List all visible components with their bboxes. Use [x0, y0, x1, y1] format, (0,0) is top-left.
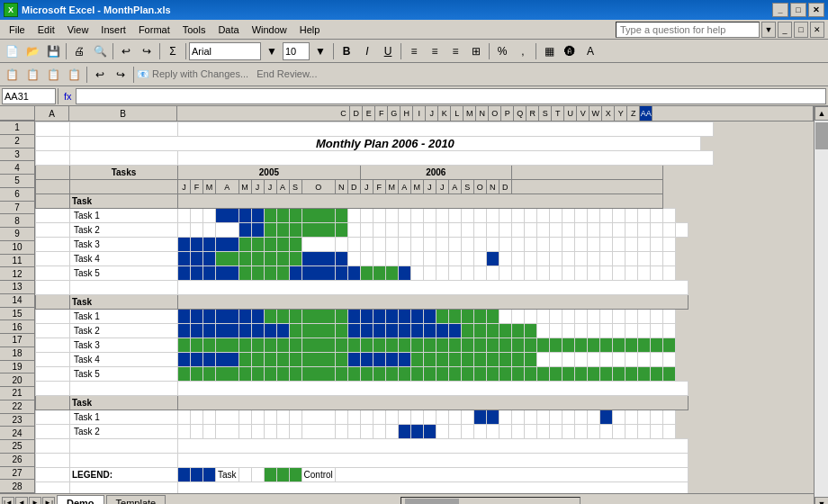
menu-help[interactable]: Help: [294, 22, 326, 37]
question-input[interactable]: [616, 22, 760, 38]
row-9[interactable]: 9: [0, 228, 35, 241]
m-n2[interactable]: N: [486, 180, 499, 194]
font-size-dropdown[interactable]: ▼: [310, 41, 330, 61]
gantt-green[interactable]: [276, 238, 289, 252]
row-10[interactable]: 10: [0, 241, 35, 255]
new-button[interactable]: 📄: [2, 41, 22, 61]
m-a1[interactable]: A: [216, 180, 239, 194]
fill-color-button[interactable]: 🅐: [560, 41, 580, 61]
row-4[interactable]: 4: [0, 161, 35, 175]
m-m1[interactable]: M: [203, 180, 216, 194]
gantt-blue[interactable]: [178, 266, 191, 281]
maximize-button[interactable]: □: [790, 3, 806, 17]
cell-a3[interactable]: [36, 151, 70, 166]
menu-edit[interactable]: Edit: [32, 22, 60, 37]
row-3[interactable]: 3: [0, 148, 35, 162]
col-m[interactable]: M: [464, 106, 476, 121]
cell-b4[interactable]: Tasks: [70, 166, 178, 180]
m-j1[interactable]: J: [178, 180, 191, 194]
window-min-button[interactable]: _: [778, 22, 792, 38]
name-box[interactable]: [2, 88, 56, 104]
m-d2[interactable]: D: [499, 180, 511, 194]
gantt-green[interactable]: [276, 209, 289, 223]
border-button[interactable]: ▦: [539, 41, 559, 61]
font-size-selector[interactable]: [283, 42, 310, 60]
preview-button[interactable]: 🔍: [90, 41, 110, 61]
col-y[interactable]: Y: [615, 106, 627, 121]
cell-b15[interactable]: Task 2: [70, 324, 178, 338]
cell-b3[interactable]: [70, 151, 178, 166]
col-s[interactable]: S: [539, 106, 552, 121]
m-f1[interactable]: F: [191, 180, 203, 194]
merge-button[interactable]: ⊞: [466, 41, 486, 61]
m-f2[interactable]: F: [373, 180, 385, 194]
underline-button[interactable]: U: [378, 41, 398, 61]
gantt-green[interactable]: [335, 209, 347, 223]
row-20[interactable]: 20: [0, 374, 35, 387]
cell-c3-rest[interactable]: [178, 151, 714, 166]
col-j[interactable]: J: [426, 106, 438, 121]
col-n[interactable]: N: [476, 106, 489, 121]
formula-input[interactable]: [76, 88, 826, 104]
font-dropdown[interactable]: ▼: [262, 41, 282, 61]
gantt-green[interactable]: [289, 238, 302, 252]
menu-window[interactable]: Window: [247, 22, 292, 37]
cell-b18[interactable]: Task 5: [70, 367, 178, 382]
col-k[interactable]: K: [438, 106, 451, 121]
m-s1[interactable]: S: [289, 180, 302, 194]
cell-b7[interactable]: Task 1: [70, 209, 178, 223]
m-m2[interactable]: M: [238, 180, 251, 194]
row-19[interactable]: 19: [0, 361, 35, 374]
tb2-btn4[interactable]: 📋: [64, 65, 84, 85]
align-left-button[interactable]: ≡: [404, 41, 424, 61]
m-j6[interactable]: J: [436, 180, 448, 194]
menu-tools[interactable]: Tools: [177, 22, 212, 37]
scroll-up-button[interactable]: ▲: [814, 106, 828, 121]
col-c[interactable]: C: [338, 106, 350, 121]
gantt-green[interactable]: [238, 238, 251, 252]
cell-b10[interactable]: Task 4: [70, 252, 178, 266]
gantt-green[interactable]: [289, 209, 302, 223]
menu-file[interactable]: File: [4, 22, 31, 37]
sum-button[interactable]: Σ: [163, 41, 183, 61]
gantt-blue[interactable]: [216, 238, 239, 252]
row-12[interactable]: 12: [0, 267, 35, 281]
gantt-green[interactable]: [276, 223, 289, 238]
menu-insert[interactable]: Insert: [95, 22, 131, 37]
cell-b11[interactable]: Task 5: [70, 266, 178, 281]
italic-button[interactable]: I: [357, 41, 377, 61]
cell-a2[interactable]: [36, 137, 70, 151]
tb2-btn5[interactable]: ↩: [90, 65, 110, 85]
row-16[interactable]: 16: [0, 320, 35, 334]
comma-button[interactable]: ,: [513, 41, 533, 61]
save-button[interactable]: 💾: [43, 41, 63, 61]
align-center-button[interactable]: ≡: [425, 41, 445, 61]
col-i[interactable]: I: [413, 106, 426, 121]
col-q[interactable]: Q: [514, 106, 526, 121]
gantt-green[interactable]: [251, 238, 264, 252]
cell-b14[interactable]: Task 1: [70, 310, 178, 324]
open-button[interactable]: 📂: [22, 41, 42, 61]
gantt-green[interactable]: [302, 223, 335, 238]
m-m3[interactable]: M: [385, 180, 398, 194]
align-right-button[interactable]: ≡: [446, 41, 465, 61]
gantt-blue[interactable]: [238, 223, 251, 238]
tb2-btn3[interactable]: 📋: [43, 65, 63, 85]
gantt-blue[interactable]: [178, 238, 191, 252]
row-6[interactable]: 6: [0, 188, 35, 202]
gantt-green[interactable]: [289, 252, 302, 266]
cell-c1-rest[interactable]: [178, 122, 714, 137]
cell-b16[interactable]: Task 3: [70, 338, 178, 353]
gantt-green[interactable]: [264, 209, 276, 223]
gantt-green[interactable]: [264, 223, 276, 238]
tab-scroll-prev[interactable]: ◄: [15, 497, 28, 505]
gantt-green[interactable]: [335, 223, 347, 238]
menu-view[interactable]: View: [62, 22, 94, 37]
gantt-blue[interactable]: [203, 252, 216, 266]
window-close-button[interactable]: ✕: [810, 22, 824, 38]
cell-a6[interactable]: [36, 194, 70, 209]
cell-a1[interactable]: [36, 122, 70, 137]
gantt-green[interactable]: [276, 266, 289, 281]
bold-button[interactable]: B: [337, 41, 356, 61]
col-h[interactable]: H: [400, 106, 413, 121]
